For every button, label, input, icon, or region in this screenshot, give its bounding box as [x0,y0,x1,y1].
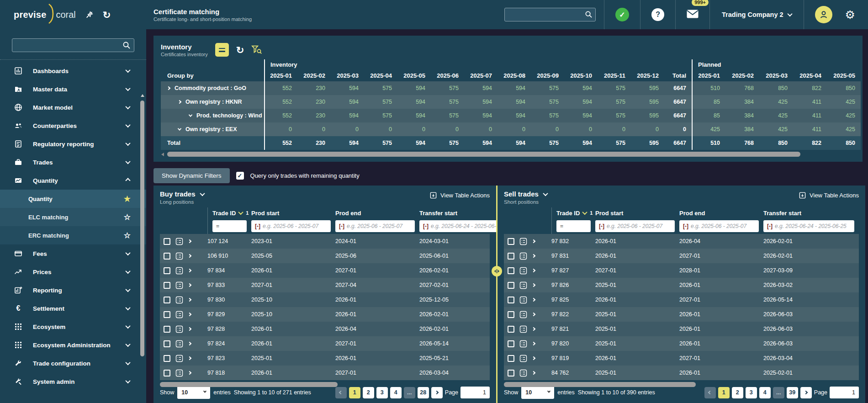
row-checkbox[interactable] [508,297,514,303]
row-details-icon[interactable] [175,311,183,318]
buy-table-row[interactable]: 97 8332027-012027-042027-02-01 [160,278,490,292]
chevron-right-icon[interactable] [178,100,181,104]
chevron-down-icon[interactable] [189,113,192,117]
sell-view-table-actions-button[interactable]: View Table Actions [799,192,859,199]
row-expand-chevron-icon[interactable] [188,283,191,287]
row-expand-chevron-icon[interactable] [532,327,535,331]
month-header-2025-04[interactable]: 2025-04 [364,69,397,81]
row-expand-chevron-icon[interactable] [532,356,535,360]
sell-table-row[interactable]: 97 8262025-012026-012026-03-02 [504,278,859,292]
row-checkbox[interactable] [164,370,170,376]
inventory-filter-search-icon[interactable] [251,45,262,54]
buy-horizontal-scrollbar[interactable] [160,382,483,384]
scroll-left-arrow-icon[interactable] [161,153,164,156]
column-header-prod-start[interactable]: Prod start [251,207,335,218]
month-header-2025-03[interactable]: 2025-03 [331,69,364,81]
page-button-1[interactable]: 1 [349,387,360,398]
scrollbar-thumb[interactable] [160,382,338,387]
row-expand-chevron-icon[interactable] [532,254,535,258]
row-expand-chevron-icon[interactable] [532,313,535,316]
month-header-2025-01[interactable]: 2025-01 [264,69,297,81]
row-expand-chevron-icon[interactable] [188,269,191,272]
inventory-group-row-label[interactable]: Own registry : EEX [161,122,264,136]
sidebar-subitem-elc-matching[interactable]: ELC matching☆ [0,208,146,226]
buy-view-table-actions-button[interactable]: View Table Actions [430,192,490,199]
row-details-icon[interactable] [519,267,527,275]
sidebar-item-master-data[interactable]: Master data [0,80,146,98]
row-expand-chevron-icon[interactable] [188,342,191,345]
sell-table-row[interactable]: 97 8322026-012026-042026-02-01 [504,234,859,249]
row-expand-chevron-icon[interactable] [532,283,535,287]
help-icon[interactable]: ? [651,8,664,21]
row-checkbox[interactable] [508,326,514,333]
sell-table-row[interactable]: 97 8272027-012028-012027-03-09 [504,263,859,278]
row-checkbox[interactable] [164,253,170,260]
row-expand-chevron-icon[interactable] [532,298,535,302]
prod-end-filter-input[interactable]: [-]e.g. 2025-06 - 2025-07 [335,220,415,232]
row-checkbox[interactable] [508,253,514,260]
row-checkbox[interactable] [508,370,514,376]
buy-table-row[interactable]: 107 1242023-012024-012024-03-01 [160,234,490,249]
sidebar-item-reporting[interactable]: Reporting [0,281,146,299]
column-header-transfer-start[interactable]: Transfer start [419,207,490,218]
month-header-2025-02[interactable]: 2025-02 [297,69,331,81]
sell-table-row[interactable]: 97 8252026-012027-012026-05-14 [504,292,859,307]
page-button-1[interactable]: 1 [718,387,730,398]
sidebar-item-fees[interactable]: Fees [0,244,146,263]
sidebar-search-input[interactable] [12,42,134,49]
star-outline-icon[interactable]: ☆ [124,213,131,221]
month-header-2025-08[interactable]: 2025-08 [498,69,531,81]
row-expand-chevron-icon[interactable] [188,313,191,316]
row-details-icon[interactable] [175,238,183,245]
row-expand-chevron-icon[interactable] [532,371,535,375]
row-checkbox[interactable] [164,311,170,318]
inventory-group-row-label[interactable]: Commodity product : GoO [161,81,264,95]
prod-start-filter-input[interactable]: [-]e.g. 2025-06 - 2025-07 [251,220,331,232]
row-checkbox[interactable] [164,238,170,245]
sell-table-row[interactable]: 97 8192026-012027-012026-03-04 [504,351,859,366]
panel-divider[interactable] [496,186,498,403]
status-ok-icon[interactable]: ✓ [615,8,629,21]
messages-envelope-icon[interactable]: 999+ [687,10,699,20]
inventory-group-row-label[interactable]: Prod. technology : Wind [161,109,264,122]
row-details-icon[interactable] [519,311,527,318]
row-checkbox[interactable] [508,238,514,245]
page-button-2[interactable]: 2 [363,387,374,398]
page-button-39[interactable]: 39 [787,387,798,398]
inventory-refresh-icon[interactable]: ↻ [236,45,244,55]
row-checkbox[interactable] [164,326,170,333]
scroll-up-arrow-icon[interactable] [141,94,144,97]
trade-id-filter-input[interactable]: = [212,220,247,232]
sell-table-row[interactable]: 97 8212025-012026-012026-06-03 [504,322,859,336]
page-button-3[interactable]: 3 [746,387,757,398]
sidebar-scrollbar[interactable] [140,65,145,403]
row-checkbox[interactable] [508,311,514,318]
panel-resize-handle[interactable] [492,266,502,276]
row-details-icon[interactable] [519,296,527,304]
row-expand-chevron-icon[interactable] [188,327,191,331]
user-avatar[interactable] [815,6,832,23]
column-header-prod-end[interactable]: Prod end [679,207,763,218]
planned-month-header-2025-03[interactable]: 2025-03 [759,69,793,81]
page-button-28[interactable]: 28 [418,387,429,398]
row-details-icon[interactable] [175,355,183,362]
planned-month-header-2025-05[interactable]: 2025-05 [827,69,861,81]
planned-month-header-2025-04[interactable]: 2025-04 [793,69,827,81]
prev-page-button[interactable] [704,387,716,398]
sidebar-item-trades[interactable]: Trades [0,153,146,171]
star-outline-icon[interactable]: ☆ [124,232,131,239]
row-details-icon[interactable] [519,238,527,245]
scrollbar-thumb[interactable] [504,382,696,387]
page-button-3[interactable]: 3 [376,387,388,398]
sell-horizontal-scrollbar[interactable] [504,382,852,384]
row-checkbox[interactable] [164,340,170,347]
search-icon[interactable] [122,41,131,51]
row-expand-chevron-icon[interactable] [532,269,535,272]
row-details-icon[interactable] [175,369,183,377]
buy-table-row[interactable]: 97 8242026-012027-012026-05-14 [160,336,490,351]
row-details-icon[interactable] [175,296,183,304]
buy-table-row[interactable]: 106 9102025-052025-062025-06-01 [160,249,490,263]
column-header-trade-id[interactable]: Trade ID1 [551,207,595,218]
buy-table-row[interactable]: 97 8292025-102026-012026-02-01 [160,307,490,322]
row-expand-chevron-icon[interactable] [532,239,535,243]
